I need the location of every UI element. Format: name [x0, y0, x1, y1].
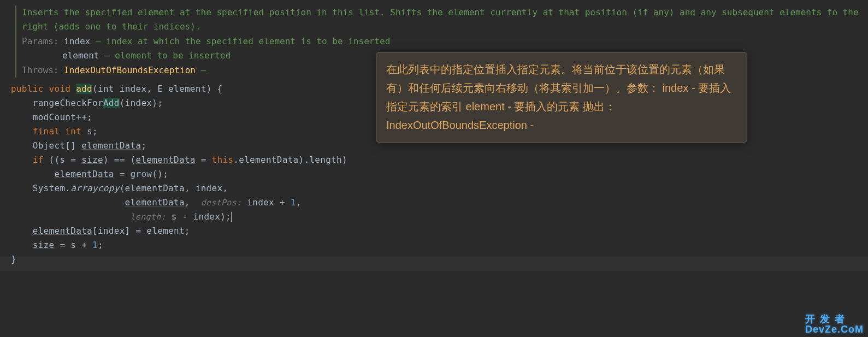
code-line[interactable]: if if ((s = ((s = size) == (elementData …: [11, 153, 868, 167]
code-line[interactable]: System.arraycopy(elementData, index,: [11, 181, 868, 196]
javadoc-param-desc-0: – index at which the specified element i…: [96, 36, 390, 46]
javadoc-throws-exception[interactable]: IndexOutOfBoundsException: [64, 65, 196, 75]
watermark-row2: DevZe.CoM: [805, 324, 864, 335]
javadoc-params-row: Params: index – index at which the speci…: [22, 34, 868, 49]
watermark: 开 发 者 DevZe.CoM: [805, 314, 864, 335]
javadoc-param-desc-1: – element to be inserted: [104, 50, 231, 61]
javadoc-throws-rest: –: [201, 65, 206, 75]
code-line[interactable]: }: [11, 252, 868, 267]
javadoc-param-name-1: element: [62, 50, 99, 61]
javadoc-param-name-0: index: [64, 36, 90, 46]
tooltip-text: 在此列表中的指定位置插入指定元素。将当前位于该位置的元素（如果有）和任何后续元素…: [386, 63, 731, 131]
code-line[interactable]: elementData, destPos: index + 1,: [11, 196, 868, 210]
parameter-hint: destPos:: [201, 198, 242, 208]
search-match-highlight: Add: [103, 98, 120, 108]
translation-tooltip: 在此列表中的指定位置插入指定元素。将当前位于该位置的元素（如果有）和任何后续元素…: [376, 52, 747, 143]
javadoc-params-label: Params:: [22, 36, 58, 46]
code-line[interactable]: elementData = grow();: [11, 167, 868, 181]
parameter-hint: length:: [131, 212, 166, 222]
javadoc-description: Inserts the specified element at the spe…: [22, 5, 868, 34]
javadoc-throws-label: Throws:: [22, 65, 58, 75]
method-name-highlight: add: [76, 84, 92, 94]
watermark-row1: 开 发 者: [805, 314, 864, 324]
code-line-current[interactable]: length: s - index);: [11, 210, 868, 224]
code-line[interactable]: elementData[index] = element;: [11, 224, 868, 238]
code-line[interactable]: size = s + 1;: [11, 238, 868, 252]
text-cursor: [231, 212, 232, 222]
